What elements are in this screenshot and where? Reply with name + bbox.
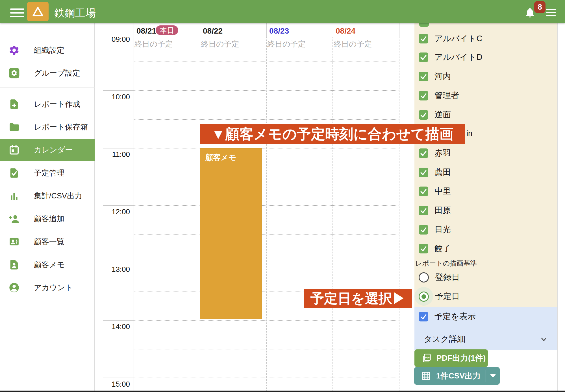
user-filter-label: 餃子 [434, 243, 451, 254]
column-divider [399, 37, 399, 392]
hour-tick [103, 33, 134, 33]
gridline [134, 320, 399, 321]
column-border [134, 23, 134, 392]
column-border [266, 23, 267, 37]
csv-dropdown-toggle[interactable] [486, 374, 500, 378]
overflow-menu-icon[interactable] [546, 9, 556, 16]
user-filter-row[interactable]: 逆面 [419, 110, 451, 120]
sidebar-item-calendar[interactable]: カレンダー [0, 139, 95, 161]
day-header[interactable]: 08/23 [269, 27, 289, 36]
sidebar-item-organization-settings[interactable]: 組織設定 [0, 39, 95, 62]
caret-down-icon [490, 374, 496, 378]
bell-icon[interactable] [524, 7, 536, 19]
column-divider [333, 37, 333, 392]
radio-label: 登録日 [435, 272, 460, 283]
gridline [134, 205, 399, 206]
sidebar-item-label: 集計/CSV出力 [34, 191, 82, 201]
user-filter-row[interactable]: 中里 [419, 186, 451, 196]
sidebar-item-schedule-management[interactable]: 予定管理 [0, 162, 95, 184]
user-filter-row[interactable]: 赤羽 [419, 148, 451, 158]
hour-tick [103, 320, 134, 321]
sidebar-item-csv-export[interactable]: 集計/CSV出力 [0, 185, 95, 207]
menu-icon[interactable] [10, 8, 24, 17]
time-label: 12:00 [102, 207, 130, 216]
sidebar-item-add-customer[interactable]: 顧客追加 [0, 207, 95, 230]
user-filter-label: アルバイトC [434, 33, 482, 44]
user-filter-row[interactable]: アルバイトD [419, 52, 482, 62]
checkbox-checked-icon [419, 168, 428, 177]
contacts-icon [8, 236, 20, 247]
pdf-export-button[interactable]: PDF PDF出力(1件) [414, 349, 488, 367]
sidebar-item-label: レポート作成 [34, 99, 80, 109]
app-window: 鉄鋼工場 8 組織設定 グループ設定 レポート作成 [0, 0, 565, 392]
app-logo[interactable] [27, 2, 49, 21]
user-filter-row[interactable]: 薦田 [419, 167, 451, 178]
user-filter-label: 河内 [434, 71, 451, 82]
show-schedule-row[interactable]: 予定を表示 [419, 312, 476, 322]
day-header[interactable]: 08/22 [203, 27, 223, 36]
checkbox-checked-icon [419, 148, 428, 158]
sidebar-item-customer-memo[interactable]: 顧客メモ [0, 253, 95, 276]
user-filter-row[interactable]: 管理者 [419, 91, 459, 101]
time-label: 15:00 [102, 380, 130, 389]
all-day-label: 終日の予定 [134, 39, 173, 49]
event-title: 顧客メモ [200, 148, 262, 163]
gridline [134, 177, 399, 177]
page-title: 鉄鋼工場 [54, 6, 96, 20]
radio-checked-icon [419, 292, 429, 302]
sidebar-item-report-create[interactable]: レポート作成 [0, 93, 95, 115]
scrollbar-track[interactable] [557, 23, 565, 392]
calendar-event[interactable]: 顧客メモ [200, 148, 262, 319]
radio-row-scheduled-date[interactable]: 予定日 [419, 291, 460, 302]
hour-tick [103, 263, 134, 263]
sidebar-item-report-storage[interactable]: レポート保存箱 [0, 116, 95, 138]
task-detail-expander[interactable]: タスク詳細 [424, 334, 548, 345]
checkbox-checked-icon [419, 312, 428, 321]
column-divider [266, 37, 267, 392]
pdf-export-label: PDF出力(1件) [436, 353, 486, 363]
user-filter-row[interactable]: 日光 [419, 225, 451, 235]
user-filter-label: 中里 [434, 186, 451, 197]
gridline [134, 234, 399, 235]
all-day-label: 終日の予定 [267, 39, 306, 49]
time-label: 10:00 [102, 93, 130, 101]
user-filter-label: 管理者 [434, 90, 459, 101]
gridline [134, 148, 399, 148]
user-filter-label: 日光 [434, 224, 451, 235]
clipped-checkbox [419, 23, 429, 27]
checkbox-checked-icon [419, 225, 428, 235]
user-filter-row[interactable]: アルバイトC [419, 34, 482, 44]
radio-unchecked-icon [419, 272, 429, 282]
user-filter-row[interactable]: 田原 [419, 205, 451, 216]
day-header-underline [134, 37, 399, 37]
csv-export-button[interactable]: 1件CSV出力 [414, 367, 500, 385]
account-circle-icon [8, 282, 20, 293]
column-border [333, 23, 333, 37]
column-border [200, 23, 200, 37]
calendar-icon [8, 144, 20, 156]
doc-person-icon [8, 259, 20, 270]
checkbox-checked-icon [419, 110, 428, 120]
pdf-icon: PDF [421, 353, 431, 363]
file-plus-icon [8, 98, 20, 110]
checkbox-checked-icon [419, 206, 428, 215]
sidebar-item-label: グループ設定 [34, 68, 80, 78]
checkbox-checked-icon [419, 187, 428, 196]
user-filter-row[interactable]: 餃子 [419, 244, 451, 254]
user-filter-label: 薦田 [434, 167, 451, 178]
sidebar-item-customer-list[interactable]: 顧客一覧 [0, 230, 95, 253]
day-header[interactable]: 08/24 [336, 27, 355, 36]
chevron-down-icon [540, 335, 548, 343]
sidebar-item-account[interactable]: アカウント [0, 276, 95, 299]
notification-badge: 8 [534, 1, 546, 13]
sidebar-item-group-settings[interactable]: グループ設定 [0, 62, 95, 84]
checkbox-checked-icon [419, 91, 428, 100]
sidebar-item-label: カレンダー [34, 145, 73, 155]
day-header[interactable]: 08/21 [136, 27, 156, 36]
radio-row-registration-date[interactable]: 登録日 [419, 272, 460, 283]
folder-icon [8, 121, 20, 133]
sidebar-item-label: レポート保存箱 [34, 122, 88, 132]
svg-text:PDF: PDF [425, 356, 431, 359]
triangle-icon [31, 5, 44, 18]
user-filter-row[interactable]: 河内 [419, 71, 451, 82]
